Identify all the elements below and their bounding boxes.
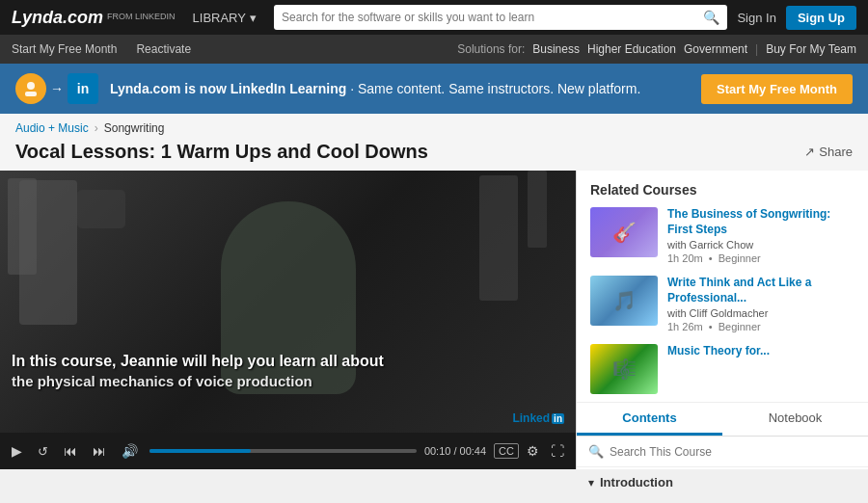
watermark-logo: in [552,413,564,424]
search-bar: 🔍 [274,5,727,30]
right-sidebar: Related Courses 🎸 The Business of Songwr… [576,171,868,469]
settings-button[interactable]: ⚙ [523,441,543,461]
cc-button[interactable]: CC [494,443,519,459]
time-display: 00:10 / 00:44 [424,445,486,457]
search-button[interactable]: 🔍 [703,10,719,25]
search-input[interactable] [282,11,703,24]
linkedin-icon: in [68,73,98,104]
course-thumbnail-2: 🎵 [590,276,658,326]
breadcrumb-parent-link[interactable]: Audio + Music [15,121,89,135]
music-note-icon-3: 🎼 [612,357,637,381]
video-caption: In this course, Jeannie will help you le… [12,352,564,390]
logo-sub: FROM LINKEDIN [107,13,176,22]
tab-notebook[interactable]: Notebook [722,403,868,436]
banner-cta-button[interactable]: Start My Free Month [701,74,853,104]
course-info-2: Write Think and Act Like a Professional.… [667,276,854,332]
course-info-1: The Business of Songwriting: First Steps… [667,207,854,264]
intro-section: ▾ Introduction [577,467,868,497]
lynda-logo: Lynda.com [12,8,103,28]
higher-education-link[interactable]: Higher Education [587,42,676,56]
lynda-icon [15,73,46,104]
music-note-icon-2: 🎵 [612,289,637,312]
solutions-label: Solutions for: [457,42,525,56]
progress-fill [149,449,251,453]
course-search: 🔍 [577,437,868,467]
chevron-down-icon: ▾ [250,11,257,25]
course-author-1: with Garrick Chow [667,239,854,251]
main-content: In this course, Jeannie will help you le… [0,171,868,469]
watermark-text: Linked [512,411,550,425]
tripod-right [528,171,547,248]
svg-point-0 [27,82,35,90]
course-info-3: Music Theory for... [667,344,854,394]
next-button[interactable]: ⏭ [89,441,110,461]
top-navigation: Lynda.com FROM LINKEDIN LIBRARY ▾ 🔍 Sign… [0,0,868,35]
logo-text: Lynda.com [12,8,103,27]
breadcrumb: Audio + Music › Songwriting [0,114,868,139]
course-search-input[interactable] [610,445,856,459]
replay-button[interactable]: ↺ [34,442,52,461]
course-item[interactable]: 🎸 The Business of Songwriting: First Ste… [590,207,854,264]
course-name-3: Music Theory for... [667,344,854,359]
share-label: Share [819,145,853,159]
second-nav-right: Solutions for: Business Higher Education… [457,42,856,56]
course-item[interactable]: 🎼 Music Theory for... [590,344,854,394]
library-button[interactable]: LIBRARY ▾ [185,11,264,25]
start-free-month-link[interactable]: Start My Free Month [12,42,117,56]
chevron-down-icon: ▾ [588,476,594,490]
title-area: Vocal Lessons: 1 Warm Ups and Cool Downs… [0,139,868,171]
linkedin-banner: → in Lynda.com is now LinkedIn Learning … [0,64,868,114]
video-frame[interactable]: In this course, Jeannie will help you le… [0,171,576,433]
course-search-icon: 🔍 [588,444,604,459]
banner-subtext: · Same content. Same instructors. New pl… [350,81,640,96]
signin-link[interactable]: Sign In [737,11,775,25]
nav-right: Sign In Sign Up [737,6,856,30]
pipe-divider: | [755,42,758,56]
intro-label: Introduction [600,475,673,490]
share-button[interactable]: ↗ Share [804,145,853,159]
tripod-left [8,178,37,275]
prev-button[interactable]: ⏮ [60,441,81,461]
controls-right: CC ⚙ ⛶ [494,441,568,461]
course-name-1: The Business of Songwriting: First Steps [667,207,854,237]
svg-rect-1 [25,92,37,96]
business-link[interactable]: Business [532,42,580,56]
government-link[interactable]: Government [684,42,747,56]
volume-button[interactable]: 🔊 [118,441,142,461]
equipment-silhouette-right [479,175,518,301]
second-nav-left: Start My Free Month Reactivate [12,42,191,56]
camera-body [77,190,125,228]
course-thumbnail-3: 🎼 [590,344,658,394]
buy-for-team-link[interactable]: Buy For My Team [766,42,856,56]
video-player: In this course, Jeannie will help you le… [0,171,576,469]
course-thumbnail-1: 🎸 [590,207,658,257]
related-courses-title: Related Courses [590,182,854,198]
music-note-icon: 🎸 [612,221,637,244]
related-courses: Related Courses 🎸 The Business of Songwr… [577,171,868,403]
second-navigation: Start My Free Month Reactivate Solutions… [0,35,868,64]
search-icon: 🔍 [703,10,719,25]
signup-button[interactable]: Sign Up [786,6,856,30]
course-item[interactable]: 🎵 Write Think and Act Like a Professiona… [590,276,854,332]
reactivate-link[interactable]: Reactivate [136,42,191,56]
video-controls: ▶ ↺ ⏮ ⏭ 🔊 00:10 / 00:44 CC ⚙ ⛶ [0,433,576,469]
tab-contents[interactable]: Contents [577,403,722,436]
banner-text: Lynda.com is now LinkedIn Learning · Sam… [110,81,690,96]
course-meta-1: 1h 20m • Beginner [667,252,854,264]
course-name-2: Write Think and Act Like a Professional.… [667,276,854,305]
page-title: Vocal Lessons: 1 Warm Ups and Cool Downs [15,141,428,163]
intro-header[interactable]: ▾ Introduction [588,475,856,490]
caption-line-2: the physical mechanics of voice producti… [12,372,564,391]
video-background: In this course, Jeannie will help you le… [0,171,576,433]
banner-headline: Lynda.com is now LinkedIn Learning [110,81,346,96]
play-button[interactable]: ▶ [8,441,26,461]
caption-line-1: In this course, Jeannie will help you le… [12,352,564,372]
share-icon: ↗ [804,145,815,159]
arrow-right-icon: → [50,81,64,96]
fullscreen-button[interactable]: ⛶ [547,441,568,461]
course-author-2: with Cliff Goldmacher [667,307,854,319]
progress-bar[interactable] [149,449,417,453]
linkedin-watermark: Linked in [512,411,564,425]
breadcrumb-current: Songwriting [104,121,165,135]
logo-area: Lynda.com FROM LINKEDIN [12,8,176,28]
